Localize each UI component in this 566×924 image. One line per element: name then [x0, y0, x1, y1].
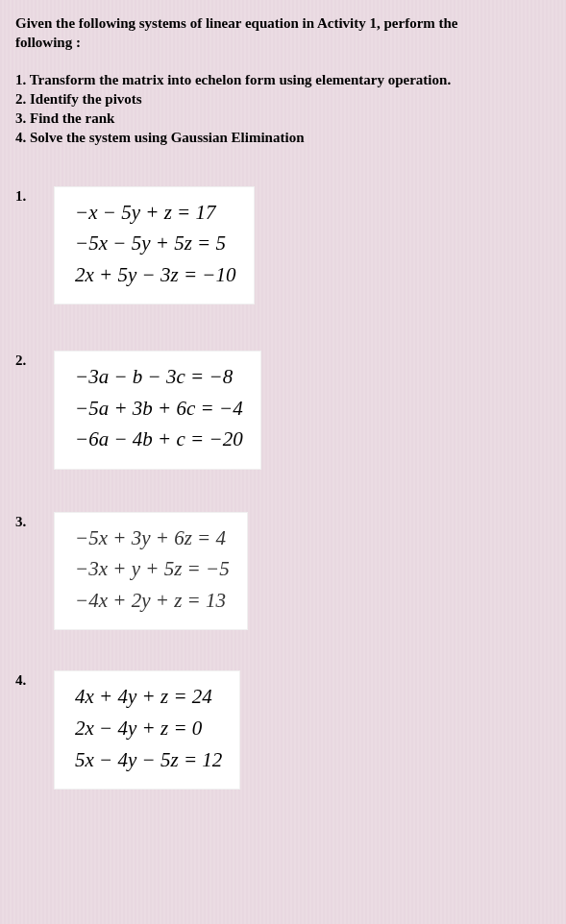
intro-line-1: Given the following systems of linear eq…	[15, 13, 551, 33]
equation-3-3: −4x + 2y + z = 13	[75, 585, 230, 617]
problem-1: 1. −x − 5y + z = 17 −5x − 5y + 5z = 5 2x…	[15, 186, 551, 305]
equation-1-3: 2x + 5y − 3z = −10	[75, 259, 236, 291]
equation-2-1: −3a − b − 3c = −8	[75, 361, 243, 393]
problem-4: 4. 4x + 4y + z = 24 2x − 4y + z = 0 5x −…	[15, 670, 551, 790]
equation-4-1: 4x + 4y + z = 24	[75, 681, 222, 713]
problem-number-3: 3.	[15, 512, 42, 530]
equation-box-3: −5x + 3y + 6z = 4 −3x + y + 5z = −5 −4x …	[54, 512, 248, 631]
equation-box-2: −3a − b − 3c = −8 −5a + 3b + 6c = −4 −6a…	[54, 351, 261, 470]
equation-box-4: 4x + 4y + z = 24 2x − 4y + z = 0 5x − 4y…	[54, 670, 240, 790]
equation-3-2: −3x + y + 5z = −5	[75, 553, 230, 585]
equation-1-2: −5x − 5y + 5z = 5	[75, 228, 236, 259]
document-page: Given the following systems of linear eq…	[0, 0, 566, 830]
instruction-2: 2. Identify the pivots	[15, 89, 551, 109]
intro-text: Given the following systems of linear eq…	[15, 13, 551, 53]
equation-3-1: −5x + 3y + 6z = 4	[75, 523, 230, 554]
equation-4-3: 5x − 4y − 5z = 12	[75, 744, 222, 776]
problem-3: 3. −5x + 3y + 6z = 4 −3x + y + 5z = −5 −…	[15, 512, 551, 631]
problem-number-2: 2.	[15, 351, 42, 369]
instruction-3: 3. Find the rank	[15, 109, 551, 128]
instruction-4: 4. Solve the system using Gaussian Elimi…	[15, 128, 551, 147]
equation-2-2: −5a + 3b + 6c = −4	[75, 393, 243, 425]
equation-4-2: 2x − 4y + z = 0	[75, 713, 222, 744]
equation-box-1: −x − 5y + z = 17 −5x − 5y + 5z = 5 2x + …	[54, 186, 255, 305]
problem-2: 2. −3a − b − 3c = −8 −5a + 3b + 6c = −4 …	[15, 351, 551, 470]
intro-line-2: following :	[15, 33, 551, 52]
instructions-list: 1. Transform the matrix into echelon for…	[15, 70, 551, 148]
equation-1-1: −x − 5y + z = 17	[75, 197, 236, 229]
equation-2-3: −6a − 4b + c = −20	[75, 424, 243, 455]
instruction-1: 1. Transform the matrix into echelon for…	[15, 70, 551, 89]
problem-number-1: 1.	[15, 186, 42, 205]
problem-number-4: 4.	[15, 670, 42, 689]
